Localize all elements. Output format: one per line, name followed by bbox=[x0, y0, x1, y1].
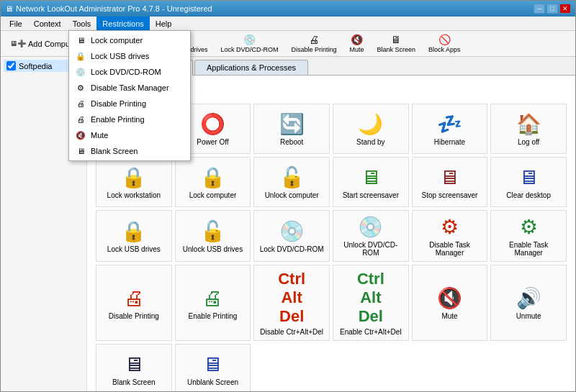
unlock-dvd-cell[interactable]: 💿 Unlock DVD/CD-ROM bbox=[333, 210, 409, 262]
lock-computer-cell[interactable]: 🔒 Lock computer bbox=[175, 157, 251, 207]
enable-printing-cell-icon: 🖨 bbox=[202, 286, 222, 310]
menubar: File Context Tools Restrictions Help bbox=[1, 17, 575, 31]
app-icon: 🖥 bbox=[5, 4, 13, 13]
disable-taskmanager-cell[interactable]: ⚙ Disable Task Manager bbox=[412, 210, 488, 262]
menu-mute[interactable]: 🔇 Mute bbox=[69, 127, 190, 143]
disable-printing-cell-label: Disable Printing bbox=[109, 312, 159, 320]
lock-dvd-cell-icon: 💿 bbox=[279, 219, 305, 243]
lock-computer-cell-icon: 🔒 bbox=[200, 165, 225, 189]
unblank-screen-cell[interactable]: 🖥 Unblank Screen bbox=[175, 344, 251, 391]
lock-computer-cell-label: Lock computer bbox=[189, 191, 237, 199]
enable-taskmanager-cell[interactable]: ⚙ Enable Task Manager bbox=[490, 210, 567, 262]
disable-printing-icon: 🖨 bbox=[75, 98, 86, 109]
menu-blank-screen[interactable]: 🖥 Blank Screen bbox=[69, 143, 190, 159]
titlebar: 🖥 Network LookOut Administrator Pro 4.7.… bbox=[1, 1, 575, 17]
stop-screensaver-icon: 🖥 bbox=[439, 165, 459, 189]
disable-printing-cell[interactable]: 🖨 Disable Printing bbox=[96, 265, 172, 341]
unblank-screen-icon: 🖥 bbox=[202, 352, 222, 376]
lock-dvd-cell[interactable]: 💿 Lock DVD/CD-ROM bbox=[253, 210, 330, 262]
maximize-button[interactable]: □ bbox=[546, 4, 558, 14]
empty-cell-1 bbox=[253, 344, 330, 391]
enable-printing-icon: 🖨 bbox=[75, 114, 86, 125]
unlock-computer-label: Unlock computer bbox=[265, 191, 319, 199]
enable-cad-cell[interactable]: CtrlAltDel Enable Ctr+Alt+Del bbox=[333, 265, 409, 341]
enable-taskmanager-label: Enable Task Manager bbox=[494, 241, 563, 257]
logoff-icon: 🏠 bbox=[516, 112, 541, 136]
start-screensaver-cell[interactable]: 🖥 Start screensaver bbox=[333, 157, 409, 207]
empty-cell-3 bbox=[412, 344, 488, 391]
mute-cell-label: Mute bbox=[441, 312, 457, 320]
enable-taskmanager-icon: ⚙ bbox=[520, 215, 538, 239]
menu-restrictions[interactable]: Restrictions bbox=[96, 17, 149, 30]
start-screensaver-label: Start screensaver bbox=[343, 191, 399, 199]
enable-printing-cell-label: Enable Printing bbox=[189, 312, 238, 320]
menu-enable-printing[interactable]: 🖨 Enable Printing bbox=[69, 111, 190, 127]
lock-dvd-icon: 💿 bbox=[75, 66, 86, 78]
disable-cad-cell[interactable]: CtrlAltDel Disable Ctr+Alt+Del bbox=[253, 265, 330, 341]
minimize-button[interactable]: ─ bbox=[534, 4, 545, 14]
menu-help[interactable]: Help bbox=[150, 17, 178, 30]
menu-lock-usb[interactable]: 🔒 Lock USB drives bbox=[69, 48, 190, 64]
tab-applications-processes[interactable]: Applications & Processes bbox=[194, 60, 308, 75]
enable-printing-cell[interactable]: 🖨 Enable Printing bbox=[175, 265, 251, 341]
menu-lock-computer[interactable]: 🖥 Lock computer bbox=[69, 32, 190, 48]
lock-usb-cell[interactable]: 🔒 Lock USB drives bbox=[96, 210, 172, 262]
disable-printing-button[interactable]: 🖨 Disable Printing bbox=[286, 32, 341, 55]
blank-screen-toolbar-icon: 🖥 bbox=[391, 34, 401, 45]
menu-disable-printing[interactable]: 🖨 Disable Printing bbox=[69, 96, 190, 111]
disable-cad-icon: CtrlAltDel bbox=[278, 270, 305, 326]
unlock-usb-label: Unlock USB drives bbox=[183, 245, 243, 253]
disable-printing-cell-icon: 🖨 bbox=[124, 286, 144, 310]
lock-usb-cell-icon: 🔒 bbox=[121, 219, 146, 243]
disable-cad-label: Disable Ctr+Alt+Del bbox=[260, 328, 323, 336]
lock-workstation-cell[interactable]: 🔒 Lock workstation bbox=[96, 157, 172, 207]
menu-context[interactable]: Context bbox=[28, 17, 67, 30]
mute-cell-icon: 🔇 bbox=[437, 286, 462, 310]
restrictions-dropdown: 🖥 Lock computer 🔒 Lock USB drives 💿 Lock… bbox=[68, 30, 191, 161]
logoff-cell[interactable]: 🏠 Log off bbox=[490, 104, 567, 154]
close-button[interactable]: ✕ bbox=[559, 4, 571, 14]
unblank-screen-label: Unblank Screen bbox=[187, 378, 238, 386]
lock-workstation-icon: 🔒 bbox=[121, 165, 146, 189]
clear-desktop-cell[interactable]: 🖥 Clear desktop bbox=[490, 157, 567, 207]
enable-cad-label: Enable Ctr+Alt+Del bbox=[340, 328, 402, 336]
mute-cell[interactable]: 🔇 Mute bbox=[412, 265, 488, 341]
sidebar-checkbox[interactable] bbox=[6, 61, 16, 70]
unmute-icon: 🔊 bbox=[516, 286, 541, 310]
standby-label: Stand by bbox=[356, 138, 384, 146]
unlock-computer-icon: 🔓 bbox=[279, 165, 305, 189]
menu-file[interactable]: File bbox=[4, 17, 28, 30]
blank-screen-cell[interactable]: 🖥 Blank Screen bbox=[96, 344, 172, 391]
clear-desktop-label: Clear desktop bbox=[506, 191, 551, 199]
blank-screen-button[interactable]: 🖥 Blank Screen bbox=[372, 32, 421, 55]
reboot-label: Reboot bbox=[280, 138, 303, 146]
standby-cell[interactable]: 🌙 Stand by bbox=[333, 104, 409, 154]
block-apps-button[interactable]: 🚫 Block Apps bbox=[423, 32, 466, 55]
power-off-icon: ⭕ bbox=[200, 112, 225, 136]
reboot-cell[interactable]: 🔄 Reboot bbox=[253, 104, 330, 154]
unlock-usb-cell[interactable]: 🔓 Unlock USB drives bbox=[175, 210, 251, 262]
menu-disable-taskmanager[interactable]: ⚙ Disable Task Manager bbox=[69, 80, 190, 96]
lock-dvd-button[interactable]: 💿 Lock DVD/CD-ROM bbox=[215, 32, 283, 55]
disable-taskmanager-icon: ⚙ bbox=[75, 82, 86, 94]
unlock-computer-cell[interactable]: 🔓 Unlock computer bbox=[253, 157, 330, 207]
stop-screensaver-cell[interactable]: 🖥 Stop screensaver bbox=[412, 157, 488, 207]
disable-taskmanager-cell-label: Disable Task Manager bbox=[415, 241, 485, 257]
standby-icon: 🌙 bbox=[358, 112, 383, 136]
hibernate-cell[interactable]: 💤 Hibernate bbox=[412, 104, 488, 154]
hibernate-icon: 💤 bbox=[437, 112, 462, 136]
block-apps-icon: 🚫 bbox=[438, 34, 451, 45]
unlock-usb-icon: 🔓 bbox=[200, 219, 225, 243]
enable-cad-icon: CtrlAltDel bbox=[357, 270, 384, 326]
mute-button[interactable]: 🔇 Mute bbox=[345, 32, 369, 55]
sidebar-item-label: Softpedia bbox=[19, 62, 52, 70]
unmute-cell[interactable]: 🔊 Unmute bbox=[490, 265, 567, 341]
blank-screen-icon: 🖥 bbox=[75, 145, 86, 157]
menu-tools[interactable]: Tools bbox=[67, 17, 97, 30]
lock-dvd-cell-label: Lock DVD/CD-ROM bbox=[260, 245, 324, 253]
lock-computer-icon: 🖥 bbox=[75, 35, 86, 46]
lock-usb-cell-label: Lock USB drives bbox=[107, 245, 161, 253]
mute-icon: 🔇 bbox=[75, 129, 86, 141]
menu-lock-dvd[interactable]: 💿 Lock DVD/CD-ROM bbox=[69, 64, 190, 80]
unmute-label: Unmute bbox=[516, 312, 541, 320]
